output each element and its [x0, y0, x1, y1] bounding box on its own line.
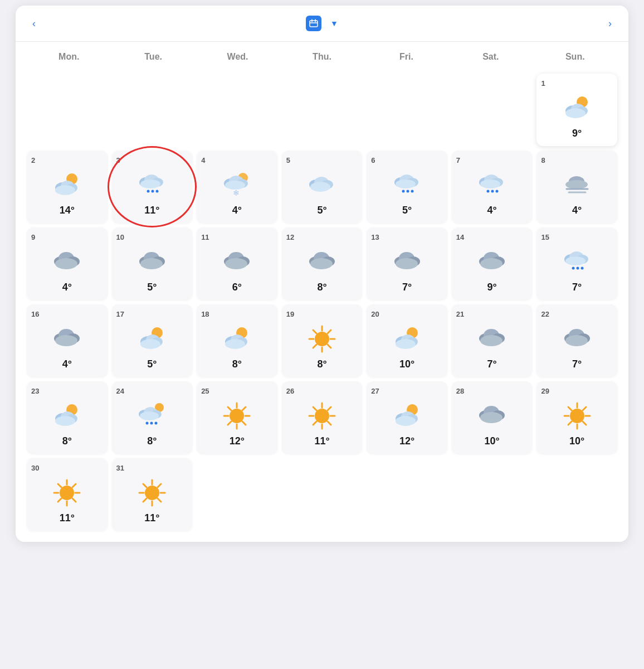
day-cell-empty	[536, 458, 617, 531]
svg-point-120	[55, 416, 75, 426]
svg-line-163	[583, 407, 586, 410]
svg-point-20	[155, 190, 158, 193]
next-month-link[interactable]: ›	[606, 18, 612, 30]
weather-icon-rain-sun	[136, 400, 168, 432]
day-cell-20[interactable]: 20 10°	[367, 304, 447, 377]
day-number: 21	[456, 310, 464, 318]
day-number: 13	[371, 233, 379, 241]
temperature: 11°	[144, 512, 159, 524]
svg-text:❄: ❄	[233, 188, 240, 197]
month-dropdown-arrow[interactable]: ▼	[330, 19, 338, 28]
svg-line-179	[143, 484, 147, 487]
svg-line-136	[242, 407, 246, 410]
temperature: 4°	[62, 282, 72, 293]
day-cell-25[interactable]: 25 12°	[197, 381, 277, 454]
day-cell-9[interactable]: 9 4°	[27, 227, 108, 300]
day-number: 16	[31, 310, 39, 318]
calendar-container: ‹ ▼ › Mon.Tue.Wed.Thu.Fri.Sat.Sun. 1	[16, 6, 628, 542]
temperature: 11°	[144, 205, 159, 216]
day-number: 17	[116, 310, 124, 318]
weather-icon-partly-cloudy-sun	[391, 323, 423, 355]
weather-icon-cloudy-dark	[51, 323, 83, 355]
temperature: 11°	[314, 435, 329, 447]
svg-point-115	[565, 335, 588, 346]
day-cell-12[interactable]: 12 8°	[282, 227, 363, 300]
day-cell-3[interactable]: 3 11°	[112, 151, 193, 223]
temperature: 12°	[230, 435, 245, 447]
day-cell-28[interactable]: 28 10°	[452, 381, 533, 454]
temperature: 12°	[399, 435, 414, 447]
svg-point-8	[565, 108, 586, 118]
calendar-grid: 1 9°2 14°3 11°4 ❄ 4°5	[16, 69, 628, 542]
day-cell-10[interactable]: 10 5°	[112, 227, 193, 300]
svg-point-44	[496, 190, 499, 193]
svg-point-35	[402, 190, 404, 193]
svg-line-144	[328, 421, 331, 425]
day-cell-2[interactable]: 2 14°	[27, 151, 108, 223]
day-cell-29[interactable]: 29 10°	[536, 381, 617, 454]
day-cell-23[interactable]: 23 8°	[27, 381, 108, 454]
temperature: 10°	[569, 435, 584, 447]
svg-point-72	[480, 258, 502, 269]
svg-point-56	[140, 258, 163, 269]
day-cell-17[interactable]: 17 5°	[112, 304, 193, 377]
weather-icon-cloudy-dark	[561, 323, 593, 355]
temperature: 6°	[232, 282, 242, 293]
weather-icon-sunny	[306, 400, 338, 432]
svg-point-125	[140, 411, 159, 420]
day-cell-empty	[197, 74, 277, 146]
svg-line-162	[583, 421, 586, 425]
day-cell-7[interactable]: 7 4°	[452, 151, 533, 223]
svg-line-99	[313, 330, 316, 333]
svg-point-155	[480, 412, 502, 423]
day-cell-22[interactable]: 22 7°	[536, 304, 617, 377]
temperature: 8°	[232, 358, 242, 370]
day-number: 1	[541, 79, 545, 88]
svg-line-143	[313, 407, 316, 410]
svg-point-107	[396, 339, 416, 349]
day-cell-21[interactable]: 21 7°	[452, 304, 533, 377]
day-number: 27	[371, 387, 379, 395]
day-cell-empty	[367, 74, 447, 146]
temperature: 8°	[62, 435, 72, 447]
day-cell-14[interactable]: 14 9°	[452, 227, 533, 300]
day-cell-31[interactable]: 31 11°	[112, 458, 193, 531]
day-cell-5[interactable]: 5 5°	[282, 151, 363, 223]
svg-rect-0	[310, 21, 318, 27]
day-cell-24[interactable]: 24 8°	[112, 381, 193, 454]
prev-month-link[interactable]: ‹	[32, 18, 38, 30]
svg-point-88	[140, 339, 160, 349]
day-number: 6	[371, 156, 375, 164]
day-cell-8[interactable]: 8 4°	[536, 151, 617, 223]
svg-line-102	[313, 345, 316, 348]
weather-icon-cloudy	[306, 169, 338, 201]
svg-line-173	[58, 498, 61, 502]
weather-icon-partly-cloudy-sun	[221, 323, 253, 355]
svg-point-126	[145, 422, 148, 425]
temperature: 4°	[62, 358, 72, 370]
svg-point-18	[147, 190, 149, 193]
weekday-label: Sat.	[448, 47, 533, 66]
day-cell-1[interactable]: 1 9°	[536, 74, 617, 146]
day-cell-19[interactable]: 19 8°	[282, 304, 363, 377]
weather-icon-partly-cloudy-sun	[51, 169, 83, 201]
day-cell-4[interactable]: 4 ❄ 4°	[197, 151, 277, 223]
svg-line-172	[72, 484, 76, 487]
day-cell-16[interactable]: 16 4°	[27, 304, 108, 377]
day-cell-18[interactable]: 18 8°	[197, 304, 277, 377]
day-cell-11[interactable]: 11 6°	[197, 227, 277, 300]
day-cell-27[interactable]: 27 12°	[367, 381, 447, 454]
prev-arrow: ‹	[32, 18, 36, 30]
day-number: 31	[116, 464, 124, 472]
weather-icon-partly-cloudy-sun	[136, 323, 168, 355]
day-number: 9	[31, 233, 35, 241]
day-cell-15[interactable]: 15 7°	[536, 227, 617, 300]
day-cell-30[interactable]: 30 11°	[27, 458, 108, 531]
day-cell-6[interactable]: 6 5°	[367, 151, 447, 223]
day-number: 23	[31, 387, 39, 395]
day-cell-26[interactable]: 26 11°	[282, 381, 363, 454]
day-number: 12	[286, 233, 294, 241]
weather-icon-cloudy-dark	[221, 246, 253, 278]
day-cell-13[interactable]: 13 7°	[367, 227, 447, 300]
day-number: 22	[541, 310, 549, 318]
